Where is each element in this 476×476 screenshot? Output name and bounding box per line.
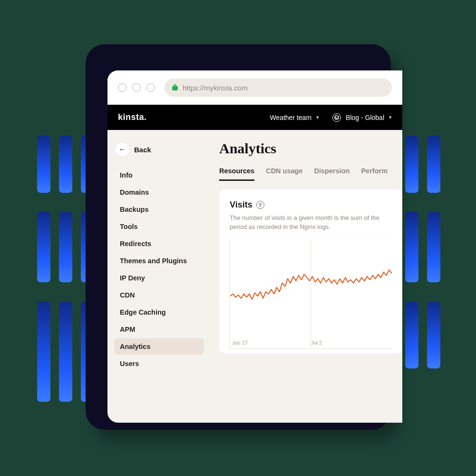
window-control-max[interactable] bbox=[146, 83, 155, 92]
window-controls bbox=[118, 83, 155, 92]
sidebar-item-analytics[interactable]: Analytics bbox=[114, 338, 204, 355]
main-content: Analytics ResourcesCDN usageDispersionPe… bbox=[210, 130, 402, 423]
url-text: https://mykinsta.com bbox=[183, 84, 248, 92]
site-selector-label: Blog - Global bbox=[346, 114, 384, 121]
visits-card: Visits ? The number of visits in a given… bbox=[219, 189, 402, 354]
device-frame: https://mykinsta.com kinsta. Weather tea… bbox=[86, 44, 391, 430]
back-button[interactable]: ← Back bbox=[114, 142, 204, 157]
chart-xlabel: Jun 27 bbox=[232, 340, 248, 346]
tab-performance[interactable]: Perform bbox=[361, 167, 388, 181]
tab-dispersion[interactable]: Dispersion bbox=[314, 167, 350, 181]
arrow-left-icon: ← bbox=[115, 142, 129, 157]
sidebar-item-apm[interactable]: APM bbox=[114, 321, 204, 337]
chevron-down-icon: ▾ bbox=[316, 114, 319, 120]
sidebar-item-domains[interactable]: Domains bbox=[114, 184, 204, 200]
sidebar-item-ip-deny[interactable]: IP Deny bbox=[114, 270, 204, 286]
sidebar-item-edge-caching[interactable]: Edge Caching bbox=[114, 304, 204, 320]
sidebar-item-info[interactable]: Info bbox=[114, 167, 204, 183]
sidebar-item-tools[interactable]: Tools bbox=[114, 218, 204, 235]
help-icon[interactable]: ? bbox=[256, 201, 264, 209]
browser-chrome: https://mykinsta.com bbox=[107, 70, 402, 105]
lock-icon bbox=[172, 84, 178, 92]
brand-logo[interactable]: kinsta. bbox=[118, 112, 147, 122]
visits-heading: Visits bbox=[230, 200, 253, 210]
window-control-min[interactable] bbox=[132, 83, 141, 92]
visits-description: The number of visits in a given month is… bbox=[230, 214, 392, 232]
browser-window: https://mykinsta.com kinsta. Weather tea… bbox=[107, 70, 402, 423]
sidebar: ← Back InfoDomainsBackupsToolsRedirectsT… bbox=[107, 130, 210, 423]
sidebar-item-backups[interactable]: Backups bbox=[114, 201, 204, 218]
window-control-close[interactable] bbox=[118, 83, 126, 92]
tab-resources[interactable]: Resources bbox=[219, 167, 254, 181]
chevron-down-icon: ▾ bbox=[389, 114, 392, 120]
tab-cdn-usage[interactable]: CDN usage bbox=[266, 167, 302, 181]
back-label: Back bbox=[134, 146, 151, 154]
sidebar-item-cdn[interactable]: CDN bbox=[114, 287, 204, 303]
sidebar-item-users[interactable]: Users bbox=[114, 356, 204, 372]
sidebar-item-redirects[interactable]: Redirects bbox=[114, 236, 204, 252]
address-bar[interactable]: https://mykinsta.com bbox=[165, 79, 392, 97]
page-title: Analytics bbox=[219, 140, 402, 157]
chart-xlabel: Jul 2 bbox=[311, 340, 322, 346]
tab-bar: ResourcesCDN usageDispersionPerform bbox=[219, 167, 402, 181]
wordpress-icon bbox=[332, 113, 341, 122]
sidebar-item-themes-and-plugins[interactable]: Themes and Plugins bbox=[114, 253, 204, 269]
team-selector[interactable]: Weather team ▾ bbox=[270, 114, 319, 121]
team-selector-label: Weather team bbox=[270, 114, 311, 121]
app-topnav: kinsta. Weather team ▾ Blog - Global ▾ bbox=[107, 105, 402, 130]
visits-chart: Jun 27 Jul 2 bbox=[230, 239, 392, 349]
site-selector[interactable]: Blog - Global ▾ bbox=[332, 113, 392, 122]
